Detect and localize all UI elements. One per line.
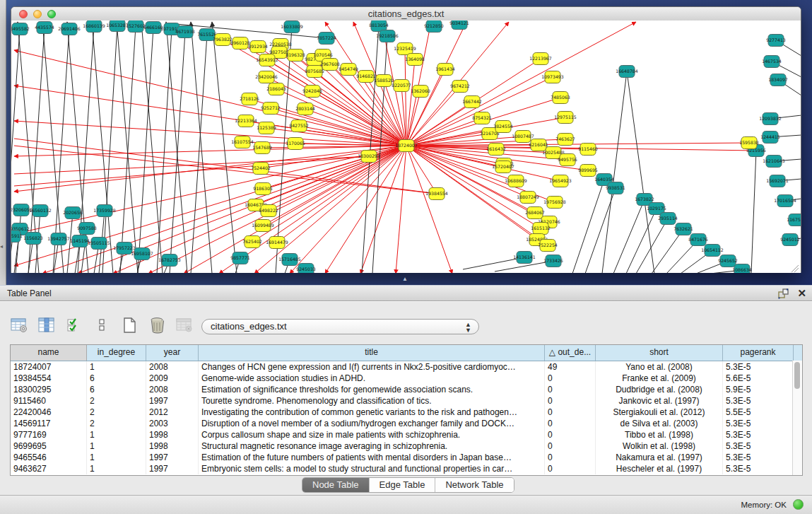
scrollbar-thumb[interactable] — [794, 362, 800, 389]
graph-node[interactable]: 9115460 — [578, 144, 598, 156]
table-row[interactable]: 977716911998Corpus callosum shape and si… — [11, 429, 802, 440]
graph-node[interactable]: 9899695 — [578, 165, 598, 177]
column-header-name[interactable]: name — [11, 345, 87, 361]
table-row[interactable]: 946362711997Embryonic stem cells: a mode… — [11, 463, 802, 474]
graph-node[interactable]: 1834097 — [768, 74, 788, 86]
graph-node[interactable]: 16914479 — [266, 237, 288, 249]
graph-node[interactable]: 1467534 — [762, 56, 782, 68]
table-cell[interactable]: Structural magnetic resonance image aver… — [199, 440, 545, 452]
table-cell[interactable]: 19384554 — [11, 373, 87, 384]
graph-node[interactable]: 15720407 — [492, 161, 514, 173]
table-cell[interactable]: 0 — [545, 452, 596, 463]
table-row[interactable]: 1938455462009Genome-wide association stu… — [11, 373, 802, 384]
graph-node[interactable]: 23420046 — [255, 71, 278, 83]
graph-node[interactable]: 1547689 — [252, 142, 272, 154]
graph-node[interactable]: 8471676 — [688, 234, 708, 246]
graph-node[interactable]: 20691406 — [58, 23, 81, 35]
graph-node[interactable]: 7522254 — [538, 240, 558, 252]
close-panel-icon[interactable]: ✕ — [797, 287, 806, 300]
table-cell[interactable]: 14569117 — [11, 418, 87, 429]
table-cell[interactable]: Dudbridge et al. (2008) — [596, 384, 723, 395]
graph-node[interactable]: 16033809 — [281, 21, 303, 33]
table-cell[interactable]: Estimation of the future numbers of pati… — [199, 452, 545, 463]
row-height-icon[interactable] — [93, 316, 111, 334]
table-cell[interactable]: 22420046 — [11, 407, 87, 418]
graph-node[interactable]: 14136141 — [513, 252, 536, 264]
graph-node[interactable]: 1615132 — [531, 223, 551, 235]
column-header-title[interactable]: title — [199, 345, 545, 361]
table-cell[interactable]: 9699695 — [11, 440, 87, 452]
table-cell[interactable]: 2009 — [146, 373, 199, 384]
graph-node[interactable]: 16860139 — [83, 21, 105, 33]
table-cell[interactable]: de Silva et al. (2003) — [596, 418, 723, 429]
network-window-titlebar[interactable]: citations_edges.txt — [11, 7, 801, 21]
table-cell[interactable]: Corpus callosum shape and size in male p… — [199, 429, 545, 440]
tab-node-table[interactable]: Node Table — [302, 478, 370, 492]
graph-node[interactable]: 19384554 — [425, 188, 448, 200]
graph-node[interactable]: 1170065 — [286, 138, 305, 150]
graph-node[interactable]: 15692071 — [766, 175, 789, 187]
graph-node[interactable]: 1588520 — [374, 75, 394, 87]
table-cell[interactable]: 1997 — [146, 463, 199, 474]
graph-node[interactable]: 8427552 — [289, 120, 309, 132]
split-pane-divider-arrow-icon[interactable]: ▲ — [400, 276, 410, 283]
graph-node[interactable]: 2020656 — [63, 207, 83, 219]
graph-node[interactable]: 8960128 — [230, 37, 250, 49]
new-table-icon[interactable] — [120, 316, 139, 334]
graph-node[interactable]: 12213967 — [529, 53, 552, 65]
graph-node[interactable]: 10653287 — [106, 21, 129, 32]
table-cell[interactable]: 2 — [87, 418, 146, 429]
graph-node[interactable]: 7463627 — [555, 134, 575, 146]
graph-node[interactable]: 10654112 — [701, 245, 724, 257]
graph-node[interactable]: 1961434 — [435, 64, 455, 76]
graph-node[interactable]: 9495756 — [558, 154, 577, 166]
table-cell[interactable]: Embryonic stem cells: a model to study s… — [199, 463, 545, 474]
column-header-pagerank[interactable]: pagerank — [723, 345, 794, 361]
column-header-short[interactable]: short — [596, 345, 723, 361]
graph-node[interactable]: 9212850 — [424, 21, 444, 33]
table-cell[interactable]: 1998 — [146, 440, 199, 452]
table-cell[interactable]: 1 — [87, 452, 146, 463]
table-cell[interactable]: 0 — [545, 429, 596, 440]
table-cell[interactable]: 9115460 — [11, 395, 87, 407]
graph-node[interactable]: 15716485 — [278, 254, 301, 266]
table-cell[interactable]: 0 — [545, 407, 596, 418]
graph-node[interactable]: 9146821 — [356, 71, 376, 83]
graph-node[interactable]: 5498222 — [259, 205, 278, 217]
graph-node[interactable]: 13505115 — [88, 238, 110, 250]
column-header-year[interactable]: year — [146, 345, 199, 361]
table-cell[interactable]: Nakamura et al. (1997) — [596, 452, 723, 463]
table-cell[interactable]: 5.9E-5 — [723, 384, 794, 395]
graph-node[interactable]: 4671938 — [175, 26, 195, 38]
graph-node[interactable]: 18300295 — [358, 151, 380, 163]
graph-node[interactable]: 9186305 — [253, 183, 273, 195]
graph-node[interactable]: 10973493 — [541, 71, 564, 83]
graph-node[interactable]: 1125389 — [257, 122, 276, 134]
table-cell[interactable]: Hescheler et al. (1997) — [596, 463, 723, 474]
table-cell[interactable]: 1 — [87, 361, 146, 373]
table-row[interactable]: 1456911722003Disruption of a novel membe… — [11, 418, 802, 429]
table-cell[interactable]: 6 — [87, 373, 146, 384]
table-cell[interactable]: 5.3E-5 — [723, 440, 794, 452]
graph-node[interactable]: 19218506 — [376, 30, 399, 42]
graph-node[interactable]: 19654923 — [549, 175, 572, 187]
graph-node[interactable]: 2718126 — [240, 93, 259, 105]
graph-node[interactable]: 8754321 — [472, 112, 492, 124]
graph-node[interactable]: 9097588 — [77, 223, 97, 235]
graph-node[interactable]: 8196328 — [286, 49, 305, 62]
graph-node[interactable]: 9938531 — [606, 182, 625, 194]
table-cell[interactable]: 2 — [87, 395, 146, 407]
graph-node[interactable]: 1527602 — [126, 21, 146, 33]
table-cell[interactable]: 9465546 — [11, 452, 87, 463]
table-cell[interactable]: Disruption of a novel member of a sodium… — [199, 418, 545, 429]
graph-node[interactable]: 7625402 — [242, 236, 262, 248]
table-cell[interactable]: 5.3E-5 — [723, 463, 794, 474]
column-visibility-icon[interactable] — [37, 316, 56, 334]
graph-node[interactable]: 1667442 — [462, 96, 482, 108]
table-cell[interactable]: 18300295 — [11, 384, 87, 395]
graph-node[interactable]: 9245033 — [296, 264, 316, 274]
table-cell[interactable]: 9777169 — [11, 429, 87, 440]
graph-node[interactable]: 12975115 — [554, 112, 577, 124]
table-cell[interactable]: 5.3E-5 — [723, 452, 794, 463]
graph-node[interactable]: 18807249 — [517, 192, 539, 204]
